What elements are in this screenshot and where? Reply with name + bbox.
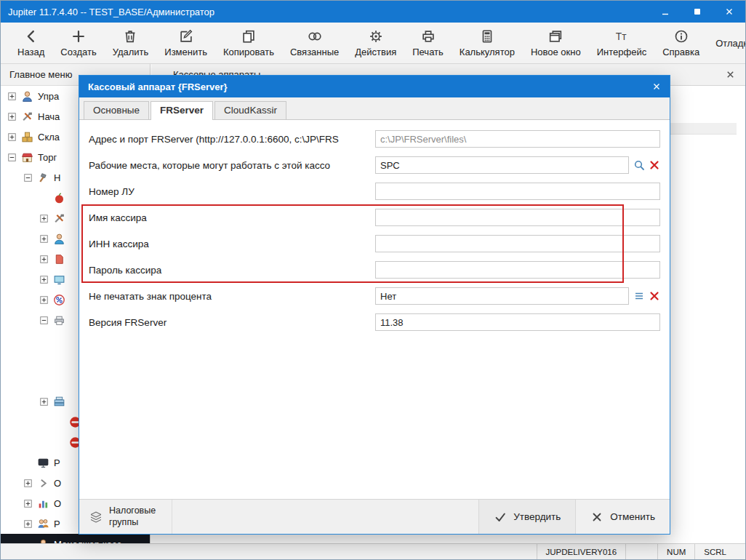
toolbar-button-back[interactable]: Назад xyxy=(11,23,51,63)
dialog-tab-0[interactable]: Основные xyxy=(84,101,149,119)
actions-icon xyxy=(368,28,384,44)
expand-icon[interactable] xyxy=(8,113,16,121)
cashier-name-input[interactable] xyxy=(375,209,660,226)
monitor-icon xyxy=(37,457,49,469)
expand-icon[interactable] xyxy=(24,500,32,508)
people-icon xyxy=(37,518,49,530)
toolbar-button-debug[interactable]: Отладка xyxy=(709,23,746,63)
dialog-tab-1[interactable]: FRServer xyxy=(151,101,213,120)
copy-icon xyxy=(241,28,257,44)
statusbar: JUPDELIVERY016 NUM SCRL xyxy=(1,543,745,559)
form-row-workplaces: Рабочие места, которые могут работать с … xyxy=(79,152,670,178)
cashier-password-input[interactable] xyxy=(375,261,660,279)
expander-spacer xyxy=(56,337,64,345)
cancel-button[interactable]: Отменить xyxy=(575,500,670,534)
titlebar: Jupiter 11.7.4.40 -- TEST_BASE/Администр… xyxy=(1,1,745,23)
form-row-cashier-password: Пароль кассира xyxy=(79,257,670,283)
dialog-cash-register: Кассовый аппарат {FRServer} ОсновныеFRSe… xyxy=(79,75,670,535)
hammer-icon xyxy=(37,172,49,184)
field-action-icons xyxy=(633,290,660,302)
printer-stack-icon xyxy=(53,396,65,408)
form-row-frserver-version: Версия FRServer xyxy=(79,309,670,335)
tree-item[interactable]: Менеджер касс xyxy=(1,534,150,543)
sidebar-title: Главное меню xyxy=(9,69,72,80)
menu-icon[interactable] xyxy=(633,290,645,302)
collapse-icon[interactable] xyxy=(40,316,48,324)
printer-icon xyxy=(53,314,65,327)
svg-text:Тт: Тт xyxy=(616,31,627,42)
toolbar-button-actions[interactable]: Действия xyxy=(348,23,403,63)
toolbar-button-linked[interactable]: Связанные xyxy=(284,23,345,63)
workplaces-input[interactable] xyxy=(375,156,629,174)
frserver-version-input[interactable] xyxy=(375,313,660,331)
statusbar-machine: JUPDELIVERY016 xyxy=(537,544,626,559)
form-row-cashier-inn: ИНН кассира xyxy=(79,231,670,257)
maximize-icon xyxy=(693,7,702,16)
toolbar-button-calculator[interactable]: Калькулятор xyxy=(453,23,521,63)
statusbar-empty-cell xyxy=(625,544,657,559)
expand-icon[interactable] xyxy=(40,398,48,406)
approve-button[interactable]: Утвердить xyxy=(478,500,575,534)
window-title: Jupiter 11.7.4.40 -- TEST_BASE/Администр… xyxy=(8,7,214,17)
tools-icon xyxy=(21,111,33,123)
field-action-icons xyxy=(633,159,660,171)
minimize-icon xyxy=(661,7,670,16)
expand-icon[interactable] xyxy=(24,479,32,487)
expand-icon[interactable] xyxy=(40,255,48,263)
statusbar-num-indicator: NUM xyxy=(657,544,694,559)
expand-icon[interactable] xyxy=(40,276,48,284)
boxes-icon xyxy=(21,131,33,143)
dialog-titlebar: Кассовый аппарат {FRServer} xyxy=(79,76,670,97)
layers-icon xyxy=(89,511,103,524)
statusbar-spring xyxy=(1,544,537,559)
dialog-tab-2[interactable]: CloudKassir xyxy=(214,101,286,119)
delete-icon xyxy=(122,28,138,44)
cashier-inn-input[interactable] xyxy=(375,235,660,252)
interface-icon: Тт xyxy=(614,28,630,44)
form-row-lu-number: Номер ЛУ xyxy=(79,178,670,204)
user-icon xyxy=(37,538,49,544)
minimize-button[interactable] xyxy=(649,1,681,23)
tax-groups-button[interactable]: Налоговые группы xyxy=(79,500,172,534)
apple-icon xyxy=(53,192,65,204)
toolbar-button-edit[interactable]: Изменить xyxy=(158,23,214,63)
person-icon xyxy=(53,233,65,245)
toolbar-button-print[interactable]: Печать xyxy=(406,23,450,63)
expand-icon[interactable] xyxy=(40,296,48,304)
no-percent-sign-input[interactable] xyxy=(375,287,629,305)
collapse-icon[interactable] xyxy=(24,174,32,182)
lu-number-input[interactable] xyxy=(375,183,660,200)
frserver-address-input[interactable] xyxy=(375,130,660,148)
help-icon xyxy=(673,28,689,44)
form-row-cashier-name: Имя кассира xyxy=(79,204,670,231)
linked-icon xyxy=(307,28,323,44)
expand-icon[interactable] xyxy=(40,215,48,223)
collapse-icon[interactable] xyxy=(8,153,16,161)
app-window: Jupiter 11.7.4.40 -- TEST_BASE/Администр… xyxy=(0,0,746,560)
window-controls xyxy=(649,1,745,23)
expand-icon[interactable] xyxy=(8,133,16,141)
edit-icon xyxy=(178,28,194,44)
toolbar: НазадСоздатьУдалитьИзменитьКопироватьСвя… xyxy=(1,23,745,64)
search-icon[interactable] xyxy=(633,159,645,171)
expand-icon[interactable] xyxy=(8,92,16,100)
toolbar-button-create[interactable]: Создать xyxy=(54,23,103,63)
close-button[interactable] xyxy=(713,1,745,23)
toolbar-button-new-window[interactable]: Новое окно xyxy=(524,23,587,63)
expander-spacer xyxy=(56,357,64,365)
expand-icon[interactable] xyxy=(24,520,32,528)
toolbar-button-help[interactable]: Справка xyxy=(656,23,706,63)
red-doc-icon xyxy=(53,253,65,265)
clear-icon[interactable] xyxy=(649,159,660,171)
clear-icon[interactable] xyxy=(649,290,660,302)
expander-spacer xyxy=(40,194,48,202)
dialog-footer: Налоговые группы Утвердить Отменить xyxy=(79,499,670,534)
expand-icon[interactable] xyxy=(40,235,48,243)
toolbar-button-delete[interactable]: Удалить xyxy=(106,23,156,63)
toolbar-button-interface[interactable]: ТтИнтерфейс xyxy=(590,23,653,63)
blue-screen-icon xyxy=(53,273,65,286)
toolbar-button-copy[interactable]: Копировать xyxy=(217,23,281,63)
maximize-button[interactable] xyxy=(681,1,713,23)
close-tab-icon[interactable] xyxy=(726,70,735,79)
dialog-close-icon[interactable] xyxy=(652,82,661,91)
